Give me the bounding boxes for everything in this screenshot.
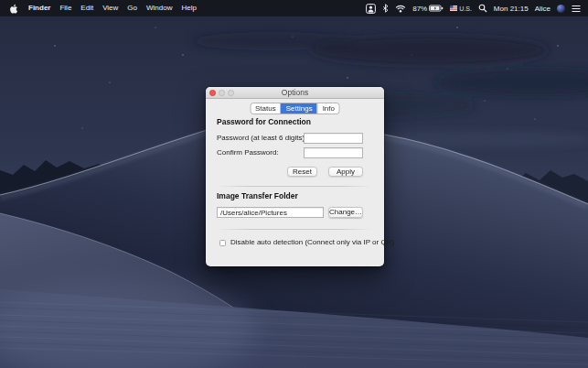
- change-folder-button[interactable]: Change…: [328, 207, 363, 218]
- notification-center-icon[interactable]: [572, 5, 581, 13]
- menu-item-view[interactable]: View: [98, 0, 123, 16]
- menu-item-go[interactable]: Go: [123, 0, 142, 16]
- menu-bar-status: 87% U.S.: [366, 4, 581, 14]
- close-icon[interactable]: [209, 90, 216, 96]
- apple-logo-icon: [9, 3, 19, 15]
- tab-status[interactable]: Status: [251, 103, 281, 114]
- battery-menu[interactable]: 87%: [412, 5, 444, 13]
- menu-bar: Finder File Edit View Go Window Help: [0, 0, 588, 16]
- apple-menu[interactable]: [7, 3, 24, 15]
- input-source-label: U.S.: [459, 5, 472, 12]
- folder-path-input[interactable]: [217, 207, 324, 218]
- user-switch-icon[interactable]: [366, 4, 376, 14]
- menu-bar-left: Finder File Edit View Go Window Help: [7, 0, 201, 16]
- password-input[interactable]: [304, 133, 363, 144]
- tab-info[interactable]: Info: [317, 103, 339, 114]
- input-source-menu[interactable]: U.S.: [450, 5, 472, 12]
- tab-bar: Status Settings Info: [250, 103, 340, 114]
- disable-auto-detection-checkbox[interactable]: [219, 240, 226, 246]
- wifi-icon[interactable]: [395, 5, 406, 13]
- menu-item-window[interactable]: Window: [142, 0, 176, 16]
- battery-percent: 87%: [412, 5, 427, 13]
- desktop: Finder File Edit View Go Window Help: [0, 0, 588, 368]
- tab-settings[interactable]: Settings: [281, 103, 317, 114]
- spotlight-icon[interactable]: [478, 4, 487, 13]
- traffic-lights: [209, 90, 234, 96]
- menu-item-edit[interactable]: Edit: [76, 0, 98, 16]
- menu-bar-clock[interactable]: Mon 21:15: [494, 5, 529, 13]
- user-name-menu[interactable]: Alice: [535, 5, 551, 13]
- menu-item-help[interactable]: Help: [176, 0, 200, 16]
- separator: [217, 229, 372, 230]
- menu-item-file[interactable]: File: [55, 0, 76, 16]
- reset-button[interactable]: Reset: [287, 167, 317, 177]
- us-flag-icon: [450, 5, 457, 11]
- password-section-header: Password for Connection: [217, 117, 311, 126]
- disable-auto-detection-label[interactable]: Disable auto detection (Connect only via…: [230, 238, 394, 247]
- separator: [217, 186, 372, 187]
- siri-icon[interactable]: [557, 5, 565, 13]
- confirm-password-label: Confirm Password:: [217, 147, 279, 158]
- window-titlebar[interactable]: Options: [206, 87, 384, 99]
- confirm-password-input[interactable]: [304, 147, 363, 158]
- zoom-icon: [228, 90, 234, 96]
- bluetooth-icon[interactable]: [382, 4, 389, 13]
- password-label: Password (at least 6 digits):: [217, 133, 306, 144]
- minimize-icon: [219, 90, 225, 96]
- options-window: Options Status Settings Info Password fo…: [206, 87, 384, 266]
- battery-icon: [429, 5, 444, 12]
- apply-button[interactable]: Apply: [328, 167, 363, 177]
- folder-section-header: Image Transfer Folder: [217, 191, 298, 200]
- menu-item-finder[interactable]: Finder: [24, 0, 55, 16]
